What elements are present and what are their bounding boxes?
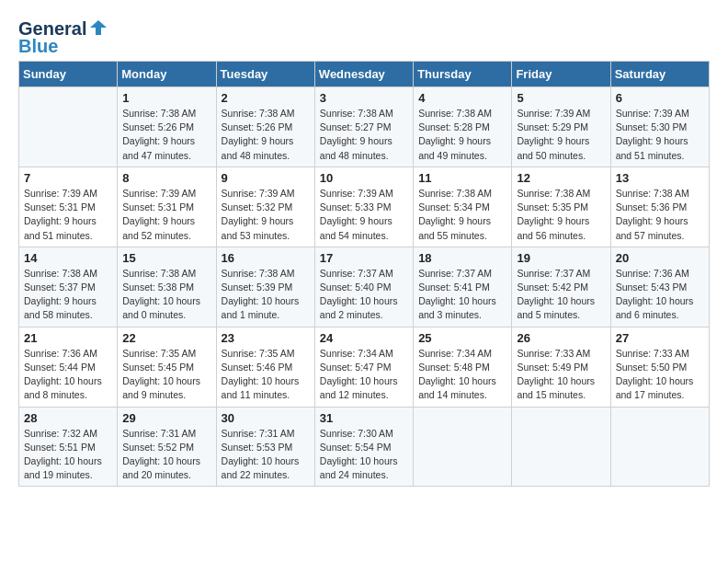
day-number: 25 [418,331,506,345]
calendar-cell: 9Sunrise: 7:39 AMSunset: 5:32 PMDaylight… [216,167,314,247]
day-number: 4 [418,91,506,105]
svg-marker-0 [90,20,107,35]
day-number: 2 [222,91,310,105]
calendar-cell: 15Sunrise: 7:38 AMSunset: 5:38 PMDayligh… [118,247,216,327]
logo-bird-icon [88,18,108,39]
day-info: Sunrise: 7:35 AMSunset: 5:46 PMDaylight:… [222,347,310,403]
calendar-cell: 8Sunrise: 7:39 AMSunset: 5:31 PMDaylight… [118,167,216,247]
day-number: 23 [222,331,310,345]
week-row-4: 21Sunrise: 7:36 AMSunset: 5:44 PMDayligh… [19,327,710,407]
calendar-cell: 3Sunrise: 7:38 AMSunset: 5:27 PMDaylight… [314,87,413,167]
logo: General Blue [18,18,108,55]
calendar-cell: 13Sunrise: 7:38 AMSunset: 5:36 PMDayligh… [610,167,709,247]
calendar-cell: 18Sunrise: 7:37 AMSunset: 5:41 PMDayligh… [414,247,512,327]
day-number: 28 [24,411,112,425]
day-number: 26 [517,331,605,345]
day-info: Sunrise: 7:30 AMSunset: 5:54 PMDaylight:… [320,427,408,483]
day-number: 31 [320,411,408,425]
day-number: 27 [616,331,704,345]
calendar-cell: 28Sunrise: 7:32 AMSunset: 5:51 PMDayligh… [19,407,118,487]
day-number: 6 [616,91,704,105]
week-row-3: 14Sunrise: 7:38 AMSunset: 5:37 PMDayligh… [19,247,710,327]
day-number: 14 [24,251,112,265]
dow-thursday: Thursday [414,62,512,87]
day-number: 9 [222,171,310,185]
calendar-cell: 1Sunrise: 7:38 AMSunset: 5:26 PMDaylight… [118,87,216,167]
day-number: 5 [517,91,605,105]
day-info: Sunrise: 7:33 AMSunset: 5:49 PMDaylight:… [517,347,605,403]
calendar-cell: 14Sunrise: 7:38 AMSunset: 5:37 PMDayligh… [19,247,118,327]
day-info: Sunrise: 7:39 AMSunset: 5:31 PMDaylight:… [24,187,112,243]
calendar-cell [414,407,512,487]
day-info: Sunrise: 7:39 AMSunset: 5:30 PMDaylight:… [616,107,704,163]
calendar-cell: 31Sunrise: 7:30 AMSunset: 5:54 PMDayligh… [314,407,413,487]
day-number: 13 [616,171,704,185]
calendar-cell: 27Sunrise: 7:33 AMSunset: 5:50 PMDayligh… [610,327,709,407]
calendar-cell: 6Sunrise: 7:39 AMSunset: 5:30 PMDaylight… [610,87,709,167]
calendar-cell: 25Sunrise: 7:34 AMSunset: 5:48 PMDayligh… [414,327,512,407]
day-info: Sunrise: 7:38 AMSunset: 5:26 PMDaylight:… [222,107,310,163]
week-row-2: 7Sunrise: 7:39 AMSunset: 5:31 PMDaylight… [19,167,710,247]
day-number: 11 [418,171,506,185]
day-info: Sunrise: 7:34 AMSunset: 5:47 PMDaylight:… [320,347,408,403]
calendar-cell: 20Sunrise: 7:36 AMSunset: 5:43 PMDayligh… [610,247,709,327]
day-info: Sunrise: 7:35 AMSunset: 5:45 PMDaylight:… [122,347,210,403]
calendar-cell: 4Sunrise: 7:38 AMSunset: 5:28 PMDaylight… [414,87,512,167]
day-info: Sunrise: 7:39 AMSunset: 5:29 PMDaylight:… [517,107,605,163]
dow-saturday: Saturday [610,62,709,87]
day-info: Sunrise: 7:39 AMSunset: 5:33 PMDaylight:… [320,187,408,243]
logo-general: General [18,19,86,38]
calendar-cell [19,87,118,167]
calendar-cell: 16Sunrise: 7:38 AMSunset: 5:39 PMDayligh… [216,247,314,327]
calendar-cell: 11Sunrise: 7:38 AMSunset: 5:34 PMDayligh… [414,167,512,247]
dow-sunday: Sunday [19,62,118,87]
calendar-cell: 22Sunrise: 7:35 AMSunset: 5:45 PMDayligh… [118,327,216,407]
calendar-cell: 2Sunrise: 7:38 AMSunset: 5:26 PMDaylight… [216,87,314,167]
day-number: 19 [517,251,605,265]
day-number: 8 [122,171,210,185]
calendar-cell: 17Sunrise: 7:37 AMSunset: 5:40 PMDayligh… [314,247,413,327]
day-number: 22 [122,331,210,345]
calendar-cell: 19Sunrise: 7:37 AMSunset: 5:42 PMDayligh… [512,247,610,327]
day-info: Sunrise: 7:38 AMSunset: 5:38 PMDaylight:… [122,267,210,323]
day-info: Sunrise: 7:37 AMSunset: 5:42 PMDaylight:… [517,267,605,323]
days-of-week-header: SundayMondayTuesdayWednesdayThursdayFrid… [19,62,710,87]
day-info: Sunrise: 7:38 AMSunset: 5:35 PMDaylight:… [517,187,605,243]
day-number: 1 [122,91,210,105]
dow-tuesday: Tuesday [216,62,314,87]
day-number: 3 [320,91,408,105]
day-info: Sunrise: 7:31 AMSunset: 5:52 PMDaylight:… [122,427,210,483]
top-bar: General Blue [18,18,710,55]
day-info: Sunrise: 7:39 AMSunset: 5:32 PMDaylight:… [222,187,310,243]
day-info: Sunrise: 7:33 AMSunset: 5:50 PMDaylight:… [616,347,704,403]
day-info: Sunrise: 7:38 AMSunset: 5:36 PMDaylight:… [616,187,704,243]
day-info: Sunrise: 7:37 AMSunset: 5:41 PMDaylight:… [418,267,506,323]
calendar-cell [610,407,709,487]
calendar-cell: 24Sunrise: 7:34 AMSunset: 5:47 PMDayligh… [314,327,413,407]
day-info: Sunrise: 7:37 AMSunset: 5:40 PMDaylight:… [320,267,408,323]
day-info: Sunrise: 7:36 AMSunset: 5:43 PMDaylight:… [616,267,704,323]
calendar-cell: 7Sunrise: 7:39 AMSunset: 5:31 PMDaylight… [19,167,118,247]
logo-blue: Blue [18,37,58,55]
calendar-cell: 5Sunrise: 7:39 AMSunset: 5:29 PMDaylight… [512,87,610,167]
day-info: Sunrise: 7:31 AMSunset: 5:53 PMDaylight:… [222,427,310,483]
day-info: Sunrise: 7:38 AMSunset: 5:26 PMDaylight:… [122,107,210,163]
day-number: 30 [222,411,310,425]
day-number: 10 [320,171,408,185]
calendar-cell: 10Sunrise: 7:39 AMSunset: 5:33 PMDayligh… [314,167,413,247]
day-info: Sunrise: 7:32 AMSunset: 5:51 PMDaylight:… [24,427,112,483]
day-number: 24 [320,331,408,345]
day-info: Sunrise: 7:38 AMSunset: 5:37 PMDaylight:… [24,267,112,323]
day-number: 12 [517,171,605,185]
day-info: Sunrise: 7:36 AMSunset: 5:44 PMDaylight:… [24,347,112,403]
dow-friday: Friday [512,62,610,87]
day-info: Sunrise: 7:34 AMSunset: 5:48 PMDaylight:… [418,347,506,403]
day-number: 16 [222,251,310,265]
calendar-cell: 29Sunrise: 7:31 AMSunset: 5:52 PMDayligh… [118,407,216,487]
day-info: Sunrise: 7:38 AMSunset: 5:28 PMDaylight:… [418,107,506,163]
dow-monday: Monday [118,62,216,87]
calendar-body: 1Sunrise: 7:38 AMSunset: 5:26 PMDaylight… [19,87,710,487]
day-number: 17 [320,251,408,265]
calendar-cell: 23Sunrise: 7:35 AMSunset: 5:46 PMDayligh… [216,327,314,407]
calendar-table: SundayMondayTuesdayWednesdayThursdayFrid… [18,61,710,487]
